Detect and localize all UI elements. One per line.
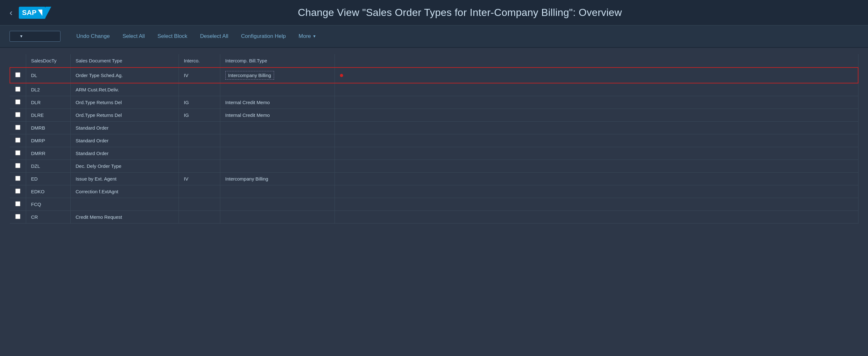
sales-type-cell: Standard Order bbox=[70, 135, 179, 147]
salesdocty-cell: DL2 bbox=[26, 83, 70, 96]
billtype-cell bbox=[220, 185, 335, 198]
sales-type-cell: Issue by Ext. Agent bbox=[70, 173, 179, 185]
billtype-cell: Internal Credit Memo bbox=[220, 96, 335, 109]
row-checkbox-cell[interactable] bbox=[10, 135, 26, 147]
sales-type-cell: Dec. Dely Order Type bbox=[70, 160, 179, 173]
sales-type-cell: ARM Cust.Ret.Deliv. bbox=[70, 83, 179, 96]
row-checkbox[interactable] bbox=[15, 112, 20, 117]
table-row: DMRB Standard Order bbox=[10, 122, 858, 135]
sap-logo-wrapper: SAP bbox=[19, 7, 45, 19]
sales-type-cell: Correction f.ExtAgnt bbox=[70, 185, 179, 198]
select-all-button[interactable]: Select All bbox=[116, 31, 151, 42]
row-checkbox[interactable] bbox=[15, 201, 20, 206]
configuration-help-button[interactable]: Configuration Help bbox=[235, 31, 292, 42]
col-header-extra bbox=[335, 54, 858, 67]
dropdown-value bbox=[15, 34, 16, 39]
billtype-cell bbox=[220, 147, 335, 160]
table-row: EDKO Correction f.ExtAgnt bbox=[10, 185, 858, 198]
deselect-all-button[interactable]: Deselect All bbox=[193, 31, 235, 42]
extra-cell bbox=[335, 135, 858, 147]
interco-cell bbox=[179, 198, 220, 211]
col-header-interco: Interco. bbox=[179, 54, 220, 67]
salesdocty-cell: DMRR bbox=[26, 147, 70, 160]
billtype-cell bbox=[220, 135, 335, 147]
billtype-cell[interactable]: Intercompany Billing bbox=[220, 67, 335, 83]
table-header-row: SalesDocTy Sales Document Type Interco. … bbox=[10, 54, 858, 67]
row-checkbox-cell[interactable] bbox=[10, 198, 26, 211]
table-row: DL Order Type Sched.Ag. IV Intercompany … bbox=[10, 67, 858, 83]
row-checkbox[interactable] bbox=[15, 125, 20, 130]
sales-type-cell: Standard Order bbox=[70, 147, 179, 160]
chevron-down-icon: ▼ bbox=[20, 34, 23, 38]
row-checkbox-cell[interactable] bbox=[10, 96, 26, 109]
salesdocty-cell: DL bbox=[26, 67, 70, 83]
interco-cell bbox=[179, 211, 220, 224]
row-checkbox[interactable] bbox=[15, 176, 20, 181]
table-row: ED Issue by Ext. Agent IV Intercompany B… bbox=[10, 173, 858, 185]
extra-cell bbox=[335, 185, 858, 198]
page-title: Change View "Sales Order Types for Inter… bbox=[61, 7, 859, 19]
row-checkbox-cell[interactable] bbox=[10, 122, 26, 135]
salesdocty-cell: FCQ bbox=[26, 198, 70, 211]
content-area: SalesDocTy Sales Document Type Interco. … bbox=[0, 48, 868, 230]
more-chevron-icon: ▼ bbox=[313, 34, 316, 38]
extra-cell bbox=[335, 96, 858, 109]
row-checkbox[interactable] bbox=[15, 138, 20, 143]
table-row: DMRR Standard Order bbox=[10, 147, 858, 160]
extra-cell bbox=[335, 173, 858, 185]
col-header-checkbox bbox=[10, 54, 26, 67]
toolbar-dropdown[interactable]: ▼ bbox=[9, 31, 60, 42]
sap-logo: SAP bbox=[19, 7, 45, 19]
billtype-cell bbox=[220, 211, 335, 224]
billtype-editing[interactable]: Intercompany Billing bbox=[225, 71, 274, 80]
col-header-sales-document-type: Sales Document Type bbox=[70, 54, 179, 67]
salesdocty-cell: DLRE bbox=[26, 109, 70, 122]
billtype-cell bbox=[220, 160, 335, 173]
billtype-cell bbox=[220, 198, 335, 211]
row-checkbox[interactable] bbox=[15, 214, 20, 219]
row-checkbox[interactable] bbox=[15, 188, 20, 194]
row-checkbox[interactable] bbox=[15, 99, 20, 105]
row-checkbox-cell[interactable] bbox=[10, 67, 26, 83]
back-button[interactable]: ‹ bbox=[9, 8, 12, 18]
salesdocty-cell: ED bbox=[26, 173, 70, 185]
row-checkbox-cell[interactable] bbox=[10, 83, 26, 96]
row-checkbox-cell[interactable] bbox=[10, 147, 26, 160]
sales-type-cell bbox=[70, 198, 179, 211]
select-block-button[interactable]: Select Block bbox=[151, 31, 194, 42]
extra-cell bbox=[335, 122, 858, 135]
row-checkbox-cell[interactable] bbox=[10, 109, 26, 122]
extra-cell bbox=[335, 147, 858, 160]
interco-cell bbox=[179, 83, 220, 96]
undo-change-button[interactable]: Undo Change bbox=[70, 31, 116, 42]
row-checkbox[interactable] bbox=[15, 150, 20, 155]
more-button[interactable]: More ▼ bbox=[292, 31, 323, 42]
more-label: More bbox=[299, 33, 311, 39]
interco-cell bbox=[179, 135, 220, 147]
table-row: CR Credit Memo Request bbox=[10, 211, 858, 224]
col-header-intercomp-bill-type: Intercomp. Bill.Type bbox=[220, 54, 335, 67]
salesdocty-cell: DMRP bbox=[26, 135, 70, 147]
table-row: DLRE Ord.Type Returns Del IG Internal Cr… bbox=[10, 109, 858, 122]
red-indicator bbox=[340, 74, 343, 77]
row-checkbox-cell[interactable] bbox=[10, 160, 26, 173]
salesdocty-cell: DZL bbox=[26, 160, 70, 173]
interco-cell bbox=[179, 147, 220, 160]
extra-cell bbox=[335, 67, 858, 83]
row-checkbox-cell[interactable] bbox=[10, 185, 26, 198]
billtype-cell: Internal Credit Memo bbox=[220, 109, 335, 122]
row-checkbox[interactable] bbox=[15, 87, 20, 92]
row-checkbox-cell[interactable] bbox=[10, 211, 26, 224]
sales-type-cell: Credit Memo Request bbox=[70, 211, 179, 224]
extra-cell bbox=[335, 198, 858, 211]
row-checkbox[interactable] bbox=[15, 72, 20, 78]
interco-cell: IV bbox=[179, 67, 220, 83]
table-row: FCQ bbox=[10, 198, 858, 211]
extra-cell bbox=[335, 109, 858, 122]
table-row: DLR Ord.Type Returns Del IG Internal Cre… bbox=[10, 96, 858, 109]
row-checkbox[interactable] bbox=[15, 163, 20, 168]
sales-type-cell: Order Type Sched.Ag. bbox=[70, 67, 179, 83]
toolbar: ▼ Undo Change Select All Select Block De… bbox=[0, 26, 868, 48]
row-checkbox-cell[interactable] bbox=[10, 173, 26, 185]
extra-cell bbox=[335, 211, 858, 224]
